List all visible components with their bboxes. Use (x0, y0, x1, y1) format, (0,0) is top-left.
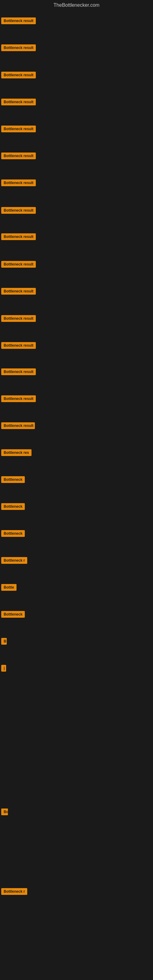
bottleneck-item: | (1, 665, 6, 673)
bottleneck-badge[interactable]: Bottleneck result (1, 45, 36, 51)
bottleneck-badge[interactable]: Bottleneck result (1, 422, 35, 429)
bottleneck-item: B (1, 638, 7, 646)
bottleneck-item: Bottleneck result (1, 233, 36, 241)
bottleneck-badge[interactable]: Bottleneck result (1, 180, 36, 186)
bottleneck-item: Bottleneck result (1, 261, 36, 269)
bottleneck-item: Bottleneck result (1, 99, 36, 107)
bottleneck-badge[interactable]: Bottleneck (1, 476, 25, 483)
bottleneck-badge[interactable]: Bottleneck result (1, 233, 36, 240)
bottleneck-item: Bottleneck result (1, 288, 36, 296)
page-container: TheBottlenecker.com Bottleneck resultBot… (0, 0, 153, 980)
bottleneck-item: Bottleneck result (1, 126, 36, 134)
bottleneck-item: Bottleneck res (1, 449, 32, 457)
bottleneck-item: Bottleneck result (1, 342, 36, 350)
bottleneck-badge[interactable]: Bottle (1, 584, 16, 591)
site-title: TheBottlenecker.com (0, 0, 153, 9)
bottleneck-item: Bottleneck result (1, 315, 36, 323)
bottleneck-badge[interactable]: Bottleneck r (1, 557, 27, 564)
bottleneck-item: Bottleneck result (1, 207, 36, 215)
bottleneck-item: Bottleneck (1, 476, 25, 484)
bottleneck-item: Bottleneck (1, 530, 25, 538)
bottleneck-item: Bottleneck result (1, 45, 36, 52)
bottleneck-badge[interactable]: B (1, 638, 7, 645)
bottleneck-badge[interactable]: Bottleneck (1, 503, 25, 510)
bottleneck-badge[interactable]: Bottleneck (1, 530, 25, 537)
bottleneck-item: Bottleneck result (1, 72, 36, 80)
bottleneck-badge[interactable]: | (1, 665, 6, 671)
bottleneck-badge[interactable]: Bottleneck result (1, 207, 36, 214)
bottleneck-item: Bottleneck r (1, 557, 27, 565)
bottleneck-badge[interactable]: Bo (1, 808, 8, 815)
bottleneck-item: Bottleneck result (1, 18, 36, 25)
bottleneck-badge[interactable]: Bottleneck result (1, 342, 36, 349)
bottleneck-item: Bottleneck result (1, 395, 36, 403)
bottleneck-badge[interactable]: Bottleneck result (1, 368, 36, 375)
bottleneck-item: Bottleneck (1, 503, 25, 511)
bottleneck-badge[interactable]: Bottleneck result (1, 126, 36, 132)
bottleneck-badge[interactable]: Bottleneck result (1, 153, 36, 159)
bottleneck-item: Bo (1, 808, 8, 816)
bottleneck-item: Bottleneck result (1, 180, 36, 188)
bottleneck-badge[interactable]: Bottleneck result (1, 261, 36, 268)
bottleneck-item: Bottleneck (1, 611, 25, 619)
bottleneck-item: Bottle (1, 584, 16, 592)
bottleneck-badge[interactable]: Bottleneck result (1, 315, 36, 322)
bottleneck-item: Bottleneck result (1, 153, 36, 161)
bottleneck-badge[interactable]: Bottleneck result (1, 99, 36, 105)
bottleneck-badge[interactable]: Bottleneck result (1, 288, 36, 294)
bottleneck-badge[interactable]: Bottleneck (1, 611, 25, 618)
bottleneck-item: Bottleneck result (1, 368, 36, 376)
bottleneck-badge[interactable]: Bottleneck res (1, 449, 32, 456)
bottleneck-badge[interactable]: Bottleneck r (1, 888, 27, 895)
bottleneck-badge[interactable]: Bottleneck result (1, 18, 36, 24)
bottleneck-badge[interactable]: Bottleneck result (1, 72, 36, 78)
bottleneck-item: Bottleneck r (1, 888, 27, 896)
bottleneck-badge[interactable]: Bottleneck result (1, 395, 36, 402)
bottleneck-item: Bottleneck result (1, 422, 35, 430)
